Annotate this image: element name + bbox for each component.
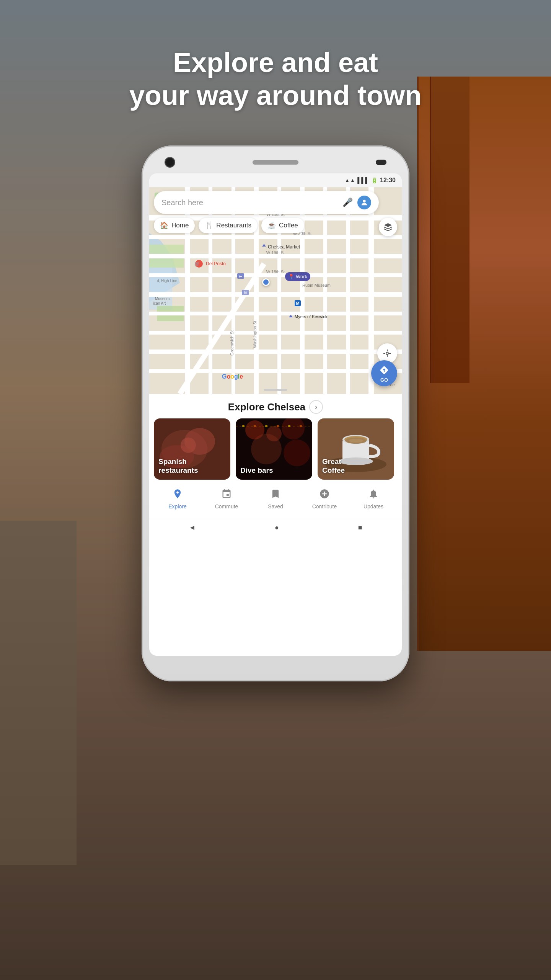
updates-nav-label: Updates	[364, 503, 383, 510]
filter-chips-container: 🏠 Home 🍴 Restaurants ☕ Coffee	[154, 218, 304, 233]
work-marker[interactable]: 📍 Work	[285, 272, 310, 281]
explore-header: Explore Chelsea ›	[149, 394, 402, 418]
nav-item-contribute[interactable]: Contribute	[300, 488, 349, 510]
chip-coffee-label: Coffee	[279, 222, 298, 229]
phone-screen: ▲▲ ▌▌▌ 🔋 12:30	[149, 173, 402, 656]
svg-text:Chelsea Market: Chelsea Market	[268, 244, 300, 250]
svg-text:ican Art: ican Art	[153, 301, 166, 305]
bottom-navigation: Explore Commute	[149, 480, 402, 518]
commute-nav-icon	[221, 488, 232, 502]
hero-line1: Explore and eat	[0, 46, 551, 79]
work-label: Work	[296, 274, 307, 279]
restaurant-icon: 🍴	[205, 221, 213, 230]
svg-point-51	[363, 200, 365, 203]
user-avatar[interactable]	[357, 196, 371, 209]
explore-nav-label: Explore	[168, 503, 186, 510]
category-card-spanish-restaurants[interactable]: Spanishrestaurants	[154, 418, 230, 480]
commute-nav-label: Commute	[215, 503, 238, 510]
hero-line2: your way around town	[0, 79, 551, 112]
category-card-dive-bars[interactable]: Dive bars	[236, 418, 312, 480]
android-navigation-bar: ◄ ● ■	[149, 518, 402, 537]
svg-text:M: M	[296, 301, 299, 305]
nav-item-saved[interactable]: Saved	[251, 488, 300, 510]
android-back-button[interactable]: ◄	[189, 524, 196, 532]
go-label: GO	[380, 377, 388, 383]
chip-home-label: Home	[171, 222, 189, 229]
svg-text:Washington St: Washington St	[253, 321, 257, 348]
svg-text:Google: Google	[222, 373, 243, 380]
svg-text:Myers of Keswick: Myers of Keswick	[295, 314, 328, 319]
nav-item-commute[interactable]: Commute	[202, 488, 251, 510]
svg-text:🏛: 🏛	[244, 291, 247, 295]
search-bar[interactable]: Search here 🎤	[154, 191, 379, 214]
map-area[interactable]: W 21st St W 20th St W 19th St W 18th St …	[149, 187, 402, 394]
svg-text:W 19th St: W 19th St	[266, 250, 285, 255]
phone-body: ▲▲ ▌▌▌ 🔋 12:30	[142, 145, 409, 681]
coffee-icon: ☕	[267, 221, 276, 230]
search-placeholder: Search here	[161, 198, 342, 207]
contribute-nav-icon	[319, 488, 330, 502]
svg-text:Del Posto: Del Posto	[206, 261, 226, 266]
saved-nav-label: Saved	[268, 503, 283, 510]
nav-item-updates[interactable]: Updates	[349, 488, 398, 510]
nav-item-explore[interactable]: Explore	[153, 488, 202, 510]
contribute-nav-label: Contribute	[312, 503, 337, 510]
map-layers-button[interactable]	[379, 218, 397, 236]
status-bar: ▲▲ ▌▌▌ 🔋 12:30	[149, 173, 402, 187]
work-icon: 📍	[288, 274, 294, 279]
phone-speaker	[253, 160, 298, 165]
explore-title: Explore Chelsea	[228, 401, 305, 413]
explore-more-button[interactable]: ›	[309, 400, 323, 414]
signal-icon: ▌▌▌	[357, 177, 369, 183]
svg-text:W 18th St: W 18th St	[266, 270, 285, 274]
svg-text:Greenwich St: Greenwich St	[230, 330, 234, 356]
building-left	[0, 521, 77, 865]
svg-text:Museum: Museum	[155, 297, 170, 301]
home-icon: 🏠	[160, 221, 168, 230]
svg-text:🛏: 🛏	[239, 274, 243, 278]
category-card-great-coffee[interactable]: GreatCoffee	[318, 418, 394, 480]
go-button[interactable]: GO	[371, 360, 397, 386]
phone-top-bar	[149, 157, 402, 173]
category-cards-row: Spanishrestaurants	[149, 418, 402, 480]
explore-section: Explore Chelsea ›	[149, 394, 402, 537]
updates-nav-icon	[368, 488, 379, 502]
phone: ▲▲ ▌▌▌ 🔋 12:30	[142, 145, 409, 681]
svg-text:d, High Line: d, High Line	[157, 279, 178, 283]
building-right	[417, 77, 551, 651]
status-icons: ▲▲ ▌▌▌ 🔋 12:30	[345, 177, 396, 184]
chip-coffee[interactable]: ☕ Coffee	[261, 218, 304, 233]
map-scroll-indicator	[264, 389, 287, 391]
card-label-great-coffee: GreatCoffee	[322, 457, 345, 475]
svg-text:Rubin Museum: Rubin Museum	[302, 283, 331, 287]
time-display: 12:30	[380, 177, 396, 184]
card-label-dive-bars: Dive bars	[240, 466, 273, 475]
svg-point-52	[386, 352, 388, 354]
svg-text:🛒: 🛒	[194, 261, 200, 266]
chip-restaurants[interactable]: 🍴 Restaurants	[199, 218, 258, 233]
android-home-button[interactable]: ●	[275, 524, 279, 532]
explore-nav-icon	[172, 488, 183, 502]
microphone-icon[interactable]: 🎤	[342, 198, 353, 207]
chip-home[interactable]: 🏠 Home	[154, 218, 195, 233]
card-label-spanish-restaurants: Spanishrestaurants	[158, 457, 198, 475]
android-recent-button[interactable]: ■	[358, 524, 362, 532]
wifi-icon: ▲▲	[345, 177, 355, 183]
hero-text: Explore and eat your way around town	[0, 46, 551, 112]
phone-camera	[165, 157, 175, 168]
chip-restaurants-label: Restaurants	[216, 222, 251, 229]
battery-icon: 🔋	[371, 177, 378, 183]
saved-nav-icon	[270, 488, 281, 502]
phone-sensor	[376, 160, 386, 165]
user-location-marker	[262, 278, 270, 286]
